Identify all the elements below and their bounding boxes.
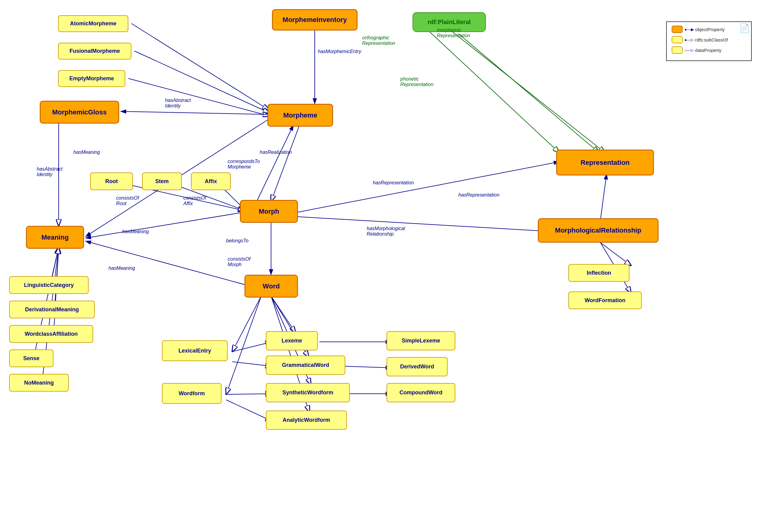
svg-line-41	[55, 247, 59, 302]
legend-label-subclass: rdfs:subClassOf	[695, 37, 728, 42]
label-orthographic-representation: orthographicRepresentation	[362, 35, 395, 46]
label-corresponds-to-morpheme: correspondsToMorpheme	[228, 159, 260, 170]
diagram-container: MorphemeInventory AtomicMorpheme Fusiona…	[0, 0, 767, 532]
svg-line-33	[601, 174, 607, 220]
label-has-morphemic-entry: hasMorphemicEntry	[318, 49, 361, 54]
node-wordform: Wordform	[162, 383, 222, 404]
legend-row-subclass: ●—▷ rdfs:subClassOf	[672, 36, 746, 43]
label-consists-of-affix: consistsOfAffix	[183, 195, 206, 206]
svg-line-32	[298, 162, 559, 212]
svg-line-34	[298, 217, 544, 231]
node-atomic-morpheme: AtomicMorpheme	[58, 15, 128, 32]
svg-line-27	[226, 394, 272, 394]
legend-label-object-property: objectProperty	[695, 27, 725, 32]
node-meaning: Meaning	[26, 226, 84, 249]
node-root: Root	[90, 172, 133, 190]
label-phonetic-representation: phoneticRepresentation	[400, 76, 434, 87]
svg-line-37	[422, 24, 559, 153]
label-has-meaning-1: hasMeaning	[73, 150, 100, 155]
node-no-meaning: NoMeaning	[9, 374, 69, 392]
svg-line-38	[443, 24, 605, 153]
node-derivational-meaning: DerivationalMeaning	[9, 301, 95, 318]
node-sense: Sense	[9, 349, 53, 367]
node-analytic-wordform: AnalyticWordform	[266, 411, 347, 430]
node-word-formation: WordFormation	[568, 291, 642, 309]
node-rdf-plain-literal: rdf:PlainLiteral	[413, 12, 486, 32]
legend-page-icon: 📄	[739, 23, 750, 33]
label-has-abstract-identity-1: hasAbstractIdentity	[165, 98, 191, 109]
svg-line-35	[601, 243, 631, 266]
svg-line-8	[121, 111, 269, 114]
legend-row-data-property: ○—▷ dataProperty	[672, 46, 746, 54]
node-inflection: Inflection	[568, 264, 630, 282]
node-linguistic-category: LinguisticCategory	[9, 276, 89, 294]
node-grammatical-word: GrammaticalWord	[266, 356, 345, 375]
svg-line-40	[52, 247, 59, 278]
legend-swatch-sub	[672, 36, 683, 43]
label-has-representation-2: hasRepresentation	[458, 192, 499, 198]
node-morpheme-inventory: MorphemeInventory	[272, 9, 358, 31]
svg-line-39	[458, 34, 599, 153]
node-wordclass-affiliation: WordclassAffiliation	[9, 325, 93, 343]
legend-swatch-main	[672, 26, 683, 33]
svg-line-11	[257, 125, 293, 201]
node-lexical-entry: LexicalEntry	[162, 340, 228, 361]
svg-line-10	[271, 125, 300, 201]
node-affix: Affix	[191, 172, 231, 190]
node-morphological-relationship: MorphologicalRelationship	[538, 218, 659, 243]
svg-line-28	[226, 400, 272, 421]
svg-line-6	[134, 51, 270, 113]
svg-line-20	[226, 296, 261, 394]
legend-label-data-property: dataProperty	[695, 48, 722, 53]
legend-swatch-data	[672, 46, 683, 54]
label-has-representation-1: hasRepresentation	[373, 180, 414, 186]
svg-line-30	[345, 366, 391, 368]
svg-line-13	[85, 212, 245, 238]
svg-line-5	[131, 24, 269, 110]
node-word: Word	[245, 275, 298, 298]
legend: 📄 ●—▶ objectProperty ●—▷ rdfs:subClassOf…	[666, 21, 752, 61]
node-representation: Representation	[556, 150, 654, 176]
label-belongs-to: belongsTo	[226, 238, 249, 244]
node-morpheme: Morpheme	[267, 104, 333, 127]
node-empty-morpheme: EmptyMorpheme	[58, 70, 125, 87]
node-morphemic-gloss: MorphemicGloss	[40, 101, 119, 124]
node-synthetic-wordform: SyntheticWordform	[266, 383, 350, 402]
node-derived-word: DerivedWord	[387, 357, 448, 376]
label-consists-of-morph: consistsOfMorph	[228, 256, 251, 267]
node-fusional-morpheme: FusionalMorpheme	[58, 43, 131, 60]
node-simple-lexeme: SimpleLexeme	[387, 331, 455, 350]
svg-line-7	[128, 78, 270, 116]
svg-line-19	[232, 296, 261, 352]
label-has-meaning-3: hasMeaning	[108, 266, 135, 271]
svg-line-21	[271, 296, 296, 333]
node-lexeme: Lexeme	[266, 331, 318, 350]
svg-line-14	[85, 241, 248, 285]
node-compound-word: CompoundWord	[387, 383, 455, 402]
label-has-meaning-2: hasMeaning	[122, 229, 149, 234]
label-has-abstract-identity-2: hasAbstractIdentity	[37, 166, 62, 177]
label-has-morphological-relationship: hasMorphologicalRelationship	[367, 226, 405, 237]
node-stem: Stem	[142, 172, 182, 190]
label-has-realization: hasRealization	[260, 150, 292, 155]
node-morph: Morph	[240, 200, 298, 223]
label-consists-of-root: consistsOfRoot	[116, 195, 139, 206]
legend-row-object-property: ●—▶ objectProperty	[672, 26, 746, 33]
